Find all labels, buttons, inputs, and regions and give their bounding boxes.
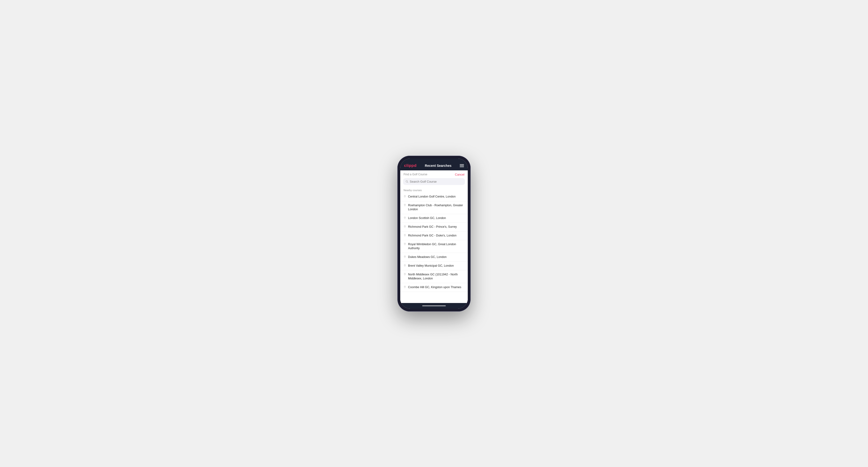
home-indicator (400, 303, 468, 309)
svg-point-3 (404, 205, 405, 205)
svg-point-2 (404, 196, 405, 196)
pin-icon-9 (404, 285, 406, 289)
nearby-section: Nearby courses Central London Golf Centr… (400, 187, 468, 303)
course-item-7[interactable]: Brent Valley Municipal GC, London (400, 262, 468, 271)
menu-line-2 (460, 165, 464, 166)
menu-icon[interactable] (460, 164, 464, 167)
course-name-3: Richmond Park GC - Prince's, Surrey (408, 225, 457, 229)
course-item-0[interactable]: Central London Golf Centre, London (400, 192, 468, 201)
course-name-8: North Middlesex GC (1011942 - North Midd… (408, 273, 464, 281)
course-item-2[interactable]: London Scottish GC, London (400, 214, 468, 223)
search-container (400, 178, 468, 187)
course-item-3[interactable]: Richmond Park GC - Prince's, Surrey (400, 223, 468, 231)
course-name-9: Coombe Hill GC, Kingston upon Thames (408, 285, 461, 289)
pin-icon-2 (404, 216, 406, 220)
search-icon (405, 180, 408, 183)
svg-point-6 (404, 235, 405, 235)
find-label: Find a Golf Course (404, 173, 427, 176)
course-item-4[interactable]: Richmond Park GC - Duke's, London (400, 231, 468, 240)
course-name-5: Royal Wimbledon GC, Great London Authori… (408, 242, 464, 251)
pin-icon-6 (404, 255, 406, 259)
pin-icon-0 (404, 195, 406, 199)
app-logo: clippd (404, 163, 416, 168)
pin-icon-4 (404, 234, 406, 238)
svg-point-7 (404, 243, 405, 244)
svg-point-4 (404, 217, 405, 218)
find-bar: Find a Golf Course Cancel (400, 170, 468, 178)
svg-point-8 (404, 256, 405, 256)
home-bar (422, 305, 446, 306)
course-item-6[interactable]: Dukes Meadows GC, London (400, 253, 468, 262)
course-item-8[interactable]: North Middlesex GC (1011942 - North Midd… (400, 271, 468, 283)
phone-screen: clippd Recent Searches Find a Golf Cours… (400, 159, 468, 309)
nearby-label: Nearby courses (400, 187, 468, 192)
header-title: Recent Searches (425, 164, 452, 167)
menu-line-1 (460, 164, 464, 165)
course-item-9[interactable]: Coombe Hill GC, Kingston upon Thames (400, 283, 468, 292)
svg-point-9 (404, 265, 405, 265)
menu-line-3 (460, 166, 464, 167)
course-name-4: Richmond Park GC - Duke's, London (408, 234, 457, 238)
course-name-7: Brent Valley Municipal GC, London (408, 264, 454, 268)
course-name-2: London Scottish GC, London (408, 216, 446, 220)
status-bar (400, 159, 468, 161)
course-name-6: Dukes Meadows GC, London (408, 255, 446, 259)
course-item-1[interactable]: Roehampton Club - Roehampton, Greater Lo… (400, 201, 468, 214)
pin-icon-7 (404, 264, 406, 268)
pin-icon-8 (404, 273, 406, 277)
svg-point-10 (404, 274, 405, 274)
svg-line-1 (407, 182, 408, 183)
course-name-0: Central London Golf Centre, London (408, 195, 456, 199)
pin-icon-5 (404, 243, 406, 247)
phone-device: clippd Recent Searches Find a Golf Cours… (397, 156, 471, 311)
svg-point-5 (404, 226, 405, 226)
app-header: clippd Recent Searches (400, 161, 468, 170)
course-item-5[interactable]: Royal Wimbledon GC, Great London Authori… (400, 240, 468, 253)
pin-icon-3 (404, 225, 406, 229)
search-box (403, 178, 465, 185)
search-input[interactable] (410, 180, 463, 183)
svg-point-11 (404, 286, 405, 287)
main-content: Find a Golf Course Cancel Nearby (400, 170, 468, 303)
course-name-1: Roehampton Club - Roehampton, Greater Lo… (408, 204, 464, 212)
cancel-button[interactable]: Cancel (455, 173, 464, 176)
pin-icon-1 (404, 204, 406, 208)
